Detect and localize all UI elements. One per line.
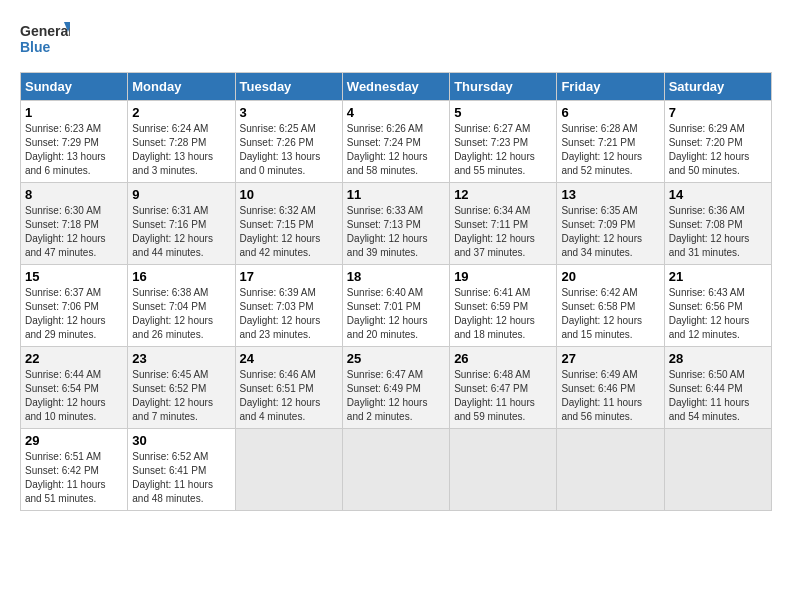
day-number: 9 xyxy=(132,187,230,202)
calendar-cell xyxy=(342,429,449,511)
day-detail: Sunrise: 6:38 AMSunset: 7:04 PMDaylight:… xyxy=(132,287,213,340)
day-number: 21 xyxy=(669,269,767,284)
day-number: 24 xyxy=(240,351,338,366)
day-detail: Sunrise: 6:45 AMSunset: 6:52 PMDaylight:… xyxy=(132,369,213,422)
calendar-cell: 15 Sunrise: 6:37 AMSunset: 7:06 PMDaylig… xyxy=(21,265,128,347)
day-header-saturday: Saturday xyxy=(664,73,771,101)
day-detail: Sunrise: 6:34 AMSunset: 7:11 PMDaylight:… xyxy=(454,205,535,258)
calendar-cell: 28 Sunrise: 6:50 AMSunset: 6:44 PMDaylig… xyxy=(664,347,771,429)
day-detail: Sunrise: 6:32 AMSunset: 7:15 PMDaylight:… xyxy=(240,205,321,258)
calendar-cell: 20 Sunrise: 6:42 AMSunset: 6:58 PMDaylig… xyxy=(557,265,664,347)
day-number: 18 xyxy=(347,269,445,284)
days-header-row: SundayMondayTuesdayWednesdayThursdayFrid… xyxy=(21,73,772,101)
day-detail: Sunrise: 6:23 AMSunset: 7:29 PMDaylight:… xyxy=(25,123,106,176)
calendar-cell xyxy=(664,429,771,511)
day-header-wednesday: Wednesday xyxy=(342,73,449,101)
day-number: 17 xyxy=(240,269,338,284)
day-number: 25 xyxy=(347,351,445,366)
day-number: 20 xyxy=(561,269,659,284)
calendar-cell: 8 Sunrise: 6:30 AMSunset: 7:18 PMDayligh… xyxy=(21,183,128,265)
calendar-cell xyxy=(450,429,557,511)
day-number: 29 xyxy=(25,433,123,448)
calendar-week-row: 8 Sunrise: 6:30 AMSunset: 7:18 PMDayligh… xyxy=(21,183,772,265)
day-detail: Sunrise: 6:39 AMSunset: 7:03 PMDaylight:… xyxy=(240,287,321,340)
day-number: 8 xyxy=(25,187,123,202)
calendar-cell: 4 Sunrise: 6:26 AMSunset: 7:24 PMDayligh… xyxy=(342,101,449,183)
calendar-cell: 19 Sunrise: 6:41 AMSunset: 6:59 PMDaylig… xyxy=(450,265,557,347)
day-detail: Sunrise: 6:52 AMSunset: 6:41 PMDaylight:… xyxy=(132,451,213,504)
day-detail: Sunrise: 6:43 AMSunset: 6:56 PMDaylight:… xyxy=(669,287,750,340)
logo: General Blue xyxy=(20,20,70,62)
day-detail: Sunrise: 6:30 AMSunset: 7:18 PMDaylight:… xyxy=(25,205,106,258)
svg-text:General: General xyxy=(20,23,70,39)
calendar-cell: 7 Sunrise: 6:29 AMSunset: 7:20 PMDayligh… xyxy=(664,101,771,183)
day-header-thursday: Thursday xyxy=(450,73,557,101)
day-detail: Sunrise: 6:50 AMSunset: 6:44 PMDaylight:… xyxy=(669,369,750,422)
day-number: 1 xyxy=(25,105,123,120)
day-number: 12 xyxy=(454,187,552,202)
calendar-cell: 18 Sunrise: 6:40 AMSunset: 7:01 PMDaylig… xyxy=(342,265,449,347)
calendar-cell: 1 Sunrise: 6:23 AMSunset: 7:29 PMDayligh… xyxy=(21,101,128,183)
day-number: 23 xyxy=(132,351,230,366)
day-detail: Sunrise: 6:28 AMSunset: 7:21 PMDaylight:… xyxy=(561,123,642,176)
day-detail: Sunrise: 6:47 AMSunset: 6:49 PMDaylight:… xyxy=(347,369,428,422)
day-number: 16 xyxy=(132,269,230,284)
calendar-cell: 30 Sunrise: 6:52 AMSunset: 6:41 PMDaylig… xyxy=(128,429,235,511)
calendar-cell: 27 Sunrise: 6:49 AMSunset: 6:46 PMDaylig… xyxy=(557,347,664,429)
day-detail: Sunrise: 6:44 AMSunset: 6:54 PMDaylight:… xyxy=(25,369,106,422)
day-header-friday: Friday xyxy=(557,73,664,101)
calendar-cell: 23 Sunrise: 6:45 AMSunset: 6:52 PMDaylig… xyxy=(128,347,235,429)
day-number: 15 xyxy=(25,269,123,284)
day-detail: Sunrise: 6:24 AMSunset: 7:28 PMDaylight:… xyxy=(132,123,213,176)
day-number: 14 xyxy=(669,187,767,202)
calendar-cell: 29 Sunrise: 6:51 AMSunset: 6:42 PMDaylig… xyxy=(21,429,128,511)
day-detail: Sunrise: 6:37 AMSunset: 7:06 PMDaylight:… xyxy=(25,287,106,340)
calendar-cell: 16 Sunrise: 6:38 AMSunset: 7:04 PMDaylig… xyxy=(128,265,235,347)
day-header-tuesday: Tuesday xyxy=(235,73,342,101)
day-detail: Sunrise: 6:33 AMSunset: 7:13 PMDaylight:… xyxy=(347,205,428,258)
day-number: 22 xyxy=(25,351,123,366)
day-detail: Sunrise: 6:40 AMSunset: 7:01 PMDaylight:… xyxy=(347,287,428,340)
day-detail: Sunrise: 6:48 AMSunset: 6:47 PMDaylight:… xyxy=(454,369,535,422)
calendar-cell: 22 Sunrise: 6:44 AMSunset: 6:54 PMDaylig… xyxy=(21,347,128,429)
calendar-cell: 10 Sunrise: 6:32 AMSunset: 7:15 PMDaylig… xyxy=(235,183,342,265)
day-number: 7 xyxy=(669,105,767,120)
calendar-cell: 13 Sunrise: 6:35 AMSunset: 7:09 PMDaylig… xyxy=(557,183,664,265)
calendar-cell: 2 Sunrise: 6:24 AMSunset: 7:28 PMDayligh… xyxy=(128,101,235,183)
calendar-cell: 12 Sunrise: 6:34 AMSunset: 7:11 PMDaylig… xyxy=(450,183,557,265)
day-detail: Sunrise: 6:35 AMSunset: 7:09 PMDaylight:… xyxy=(561,205,642,258)
day-detail: Sunrise: 6:51 AMSunset: 6:42 PMDaylight:… xyxy=(25,451,106,504)
day-number: 30 xyxy=(132,433,230,448)
day-number: 10 xyxy=(240,187,338,202)
day-detail: Sunrise: 6:36 AMSunset: 7:08 PMDaylight:… xyxy=(669,205,750,258)
calendar-cell: 11 Sunrise: 6:33 AMSunset: 7:13 PMDaylig… xyxy=(342,183,449,265)
day-detail: Sunrise: 6:26 AMSunset: 7:24 PMDaylight:… xyxy=(347,123,428,176)
calendar-week-row: 1 Sunrise: 6:23 AMSunset: 7:29 PMDayligh… xyxy=(21,101,772,183)
calendar-cell: 17 Sunrise: 6:39 AMSunset: 7:03 PMDaylig… xyxy=(235,265,342,347)
day-number: 3 xyxy=(240,105,338,120)
calendar-week-row: 29 Sunrise: 6:51 AMSunset: 6:42 PMDaylig… xyxy=(21,429,772,511)
day-header-sunday: Sunday xyxy=(21,73,128,101)
calendar-cell xyxy=(557,429,664,511)
day-number: 5 xyxy=(454,105,552,120)
header: General Blue xyxy=(20,20,772,62)
calendar-cell: 5 Sunrise: 6:27 AMSunset: 7:23 PMDayligh… xyxy=(450,101,557,183)
day-number: 28 xyxy=(669,351,767,366)
calendar-cell: 3 Sunrise: 6:25 AMSunset: 7:26 PMDayligh… xyxy=(235,101,342,183)
day-number: 19 xyxy=(454,269,552,284)
svg-text:Blue: Blue xyxy=(20,39,51,55)
day-detail: Sunrise: 6:25 AMSunset: 7:26 PMDaylight:… xyxy=(240,123,321,176)
day-number: 27 xyxy=(561,351,659,366)
day-number: 13 xyxy=(561,187,659,202)
calendar-cell: 9 Sunrise: 6:31 AMSunset: 7:16 PMDayligh… xyxy=(128,183,235,265)
calendar-cell: 24 Sunrise: 6:46 AMSunset: 6:51 PMDaylig… xyxy=(235,347,342,429)
calendar-cell: 21 Sunrise: 6:43 AMSunset: 6:56 PMDaylig… xyxy=(664,265,771,347)
calendar-cell: 6 Sunrise: 6:28 AMSunset: 7:21 PMDayligh… xyxy=(557,101,664,183)
day-detail: Sunrise: 6:31 AMSunset: 7:16 PMDaylight:… xyxy=(132,205,213,258)
logo-svg: General Blue xyxy=(20,20,70,62)
day-number: 26 xyxy=(454,351,552,366)
calendar-cell: 14 Sunrise: 6:36 AMSunset: 7:08 PMDaylig… xyxy=(664,183,771,265)
calendar-week-row: 15 Sunrise: 6:37 AMSunset: 7:06 PMDaylig… xyxy=(21,265,772,347)
day-detail: Sunrise: 6:46 AMSunset: 6:51 PMDaylight:… xyxy=(240,369,321,422)
day-number: 2 xyxy=(132,105,230,120)
